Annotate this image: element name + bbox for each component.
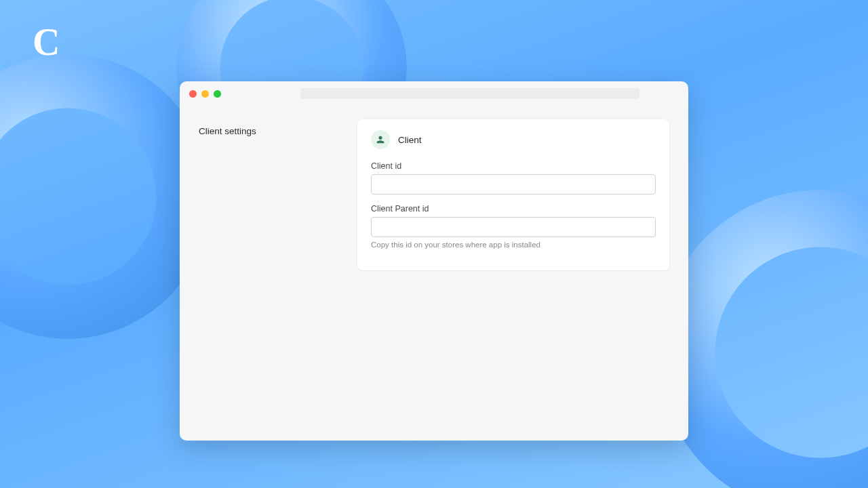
person-icon xyxy=(371,130,390,149)
maximize-icon[interactable] xyxy=(214,90,221,98)
bg-shape xyxy=(0,54,210,339)
card-title: Client xyxy=(398,135,422,145)
sidebar: Client settings xyxy=(199,119,341,270)
window-content: Client settings Client Client id Client … xyxy=(180,106,688,284)
client-parent-id-field: Client Parent id Copy this id on your st… xyxy=(371,204,656,249)
close-icon[interactable] xyxy=(189,90,197,98)
client-card: Client Client id Client Parent id Copy t… xyxy=(357,119,669,270)
minimize-icon[interactable] xyxy=(201,90,209,98)
bg-shape xyxy=(658,190,868,488)
address-bar[interactable] xyxy=(300,88,639,99)
client-id-label: Client id xyxy=(371,161,656,171)
client-parent-id-input[interactable] xyxy=(371,217,656,237)
window-titlebar xyxy=(180,81,688,106)
sidebar-title: Client settings xyxy=(199,126,341,136)
client-parent-id-helper: Copy this id on your stores where app is… xyxy=(371,241,656,249)
card-header: Client xyxy=(371,130,656,149)
client-parent-id-label: Client Parent id xyxy=(371,204,656,214)
app-window: Client settings Client Client id Client … xyxy=(180,81,688,441)
brand-logo: C xyxy=(33,20,58,64)
client-id-input[interactable] xyxy=(371,174,656,195)
client-id-field: Client id xyxy=(371,161,656,195)
